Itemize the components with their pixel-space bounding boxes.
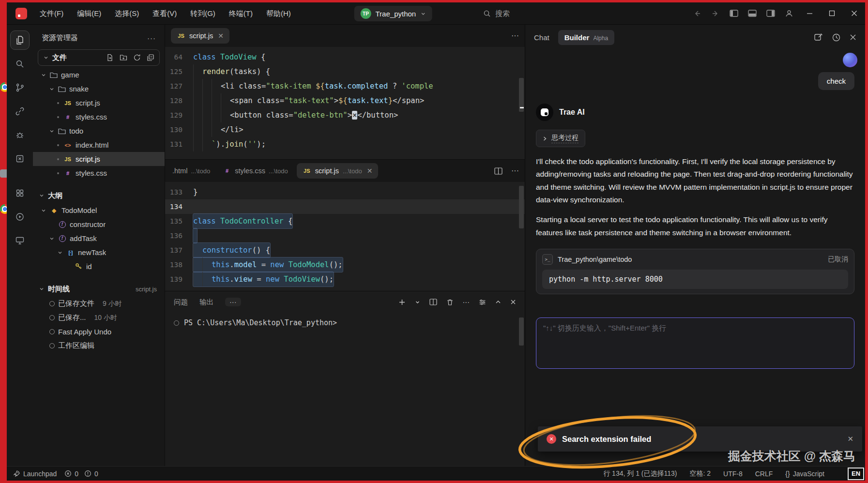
new-file-icon[interactable] (106, 54, 114, 61)
close-panel-icon[interactable] (510, 299, 516, 305)
refresh-icon[interactable] (133, 54, 141, 61)
close-chat-icon[interactable] (850, 34, 856, 41)
trash-icon[interactable] (446, 299, 454, 306)
timeline-item[interactable]: Fast Apply Undo (33, 325, 165, 339)
app-logo-icon[interactable] (15, 8, 27, 19)
tree-file[interactable]: JSscript.js (33, 96, 165, 110)
toggle-bottom-panel-icon[interactable] (743, 2, 761, 25)
tab-path-suffix: ...\todo (269, 167, 288, 175)
menu-item[interactable]: 选择(S) (108, 2, 146, 25)
debug-icon[interactable] (10, 125, 30, 145)
close-tab-icon[interactable]: ✕ (367, 167, 373, 175)
terminal-dropdown-icon[interactable] (415, 300, 420, 305)
command-text[interactable]: python -m http.server 8000 (542, 270, 848, 289)
menu-item[interactable]: 终端(T) (222, 2, 259, 25)
back-button[interactable] (688, 2, 706, 25)
scrollbar[interactable] (519, 317, 524, 346)
collapse-all-icon[interactable] (147, 54, 154, 61)
chat-messages[interactable]: check Trae AI 思考过程 I'll check the todo a… (525, 50, 865, 466)
panel-actions-more-icon[interactable]: ··· (463, 298, 470, 306)
language-mode[interactable]: {} JavaScript (785, 470, 824, 478)
maximize-button[interactable] (821, 2, 843, 25)
tab-chat[interactable]: Chat (534, 33, 549, 42)
menu-item[interactable]: 编辑(E) (70, 2, 108, 25)
new-chat-icon[interactable] (814, 33, 823, 42)
tab-stylescss[interactable]: #styles.css...\todo (219, 167, 292, 175)
eol-setting[interactable]: CRLF (755, 470, 773, 478)
tree-file[interactable]: #styles.css (33, 166, 165, 180)
code-editor-top[interactable]: 64class TodoView {125render(tasks) {127<… (165, 47, 525, 159)
tab-label: script.js (189, 32, 213, 40)
outline-item[interactable]: [·]newTask (33, 245, 165, 259)
tree-folder[interactable]: snake (33, 82, 165, 96)
indent-setting[interactable]: 空格: 2 (689, 469, 711, 478)
encoding[interactable]: UTF-8 (723, 470, 743, 478)
tab-html[interactable]: .html...\todo (163, 167, 214, 175)
ime-indicator[interactable]: EN (848, 468, 864, 480)
errors-indicator[interactable]: 0 0 (64, 470, 98, 478)
tab-scriptjs[interactable]: JS script.js ✕ (171, 28, 229, 44)
outline-section-header[interactable]: 大纲 (33, 188, 165, 203)
scrollbar[interactable] (519, 186, 524, 228)
toggle-left-sidebar-icon[interactable] (725, 2, 743, 25)
project-selector[interactable]: TP Trae_python (354, 6, 432, 21)
run-icon[interactable] (10, 207, 30, 226)
panel-tab[interactable]: 输出 (199, 298, 213, 307)
close-tab-icon[interactable]: ✕ (218, 32, 224, 40)
close-toast-icon[interactable]: ✕ (847, 435, 853, 443)
remote-preview-icon[interactable] (10, 231, 30, 250)
global-search[interactable]: 搜索 (483, 2, 510, 25)
tab-scriptjs[interactable]: JSscript.js...\todo✕ (297, 163, 379, 179)
editor-more-icon[interactable]: ··· (511, 31, 519, 40)
explorer-more-icon[interactable]: ··· (147, 34, 156, 42)
menu-item[interactable]: 查看(V) (146, 2, 183, 25)
split-terminal-icon[interactable] (429, 299, 437, 305)
editor-more-icon[interactable]: ··· (511, 166, 519, 175)
menu-item[interactable]: 文件(F) (33, 2, 70, 25)
timeline-item[interactable]: 工作区编辑 (33, 339, 165, 353)
explorer-icon[interactable] (10, 30, 30, 50)
panel-tab[interactable]: 问题 (174, 298, 188, 307)
outline-item[interactable]: faddTask (33, 231, 165, 245)
apps-grid-icon[interactable] (10, 183, 30, 203)
tree-file[interactable]: <>index.html (33, 138, 165, 152)
outline-item[interactable]: id (33, 259, 165, 273)
forward-button[interactable] (706, 2, 725, 25)
outline-item[interactable]: ◆TodoModel (33, 203, 165, 217)
files-section-header[interactable]: 文件 (38, 49, 160, 66)
close-button[interactable] (843, 2, 865, 25)
extensions-icon[interactable] (10, 149, 30, 168)
tab-builder[interactable]: Builder Alpha (558, 30, 614, 45)
account-icon[interactable] (780, 2, 798, 25)
new-folder-icon[interactable] (120, 54, 127, 61)
menu-item[interactable]: 帮助(H) (259, 2, 298, 25)
tree-file[interactable]: JSscript.js (33, 152, 165, 166)
filter-settings-icon[interactable] (479, 299, 486, 306)
search-sidebar-icon[interactable] (10, 54, 30, 74)
timeline-section-header[interactable]: 时间线 script.js (33, 281, 165, 297)
timeline-item[interactable]: 已保存...10 小时 (33, 311, 165, 325)
history-icon[interactable] (832, 33, 841, 42)
split-editor-icon[interactable] (494, 167, 503, 175)
thought-process-toggle[interactable]: 思考过程 (536, 130, 585, 147)
minimize-button[interactable] (798, 2, 821, 25)
source-control-icon[interactable] (10, 78, 30, 97)
tree-folder[interactable]: game (33, 68, 165, 82)
cursor-position[interactable]: 行 134, 列 1 (已选择113) (603, 469, 677, 478)
terminal[interactable]: PS C:\Users\Ma\Desktop\Trae_python> (165, 313, 525, 466)
references-link-icon[interactable] (10, 102, 30, 121)
tree-file[interactable]: #styles.css (33, 110, 165, 124)
panel-more-icon[interactable]: ··· (225, 298, 241, 306)
toggle-right-sidebar-icon[interactable] (761, 2, 780, 25)
menu-item[interactable]: 转到(G) (183, 2, 222, 25)
timeline-item[interactable]: 已保存文件9 小时 (33, 297, 165, 311)
code-line: 130</li> (165, 122, 525, 137)
tree-folder[interactable]: todo (33, 124, 165, 138)
chat-input[interactable] (536, 318, 854, 368)
code-editor-bottom[interactable]: 133}134135class TodoController {136137co… (165, 182, 525, 291)
outline-item[interactable]: fconstructor (33, 217, 165, 231)
chat-input-box[interactable] (536, 317, 854, 369)
maximize-panel-icon[interactable] (495, 299, 501, 305)
launchpad-button[interactable]: Launchpad (13, 470, 57, 478)
new-terminal-icon[interactable] (398, 299, 406, 306)
